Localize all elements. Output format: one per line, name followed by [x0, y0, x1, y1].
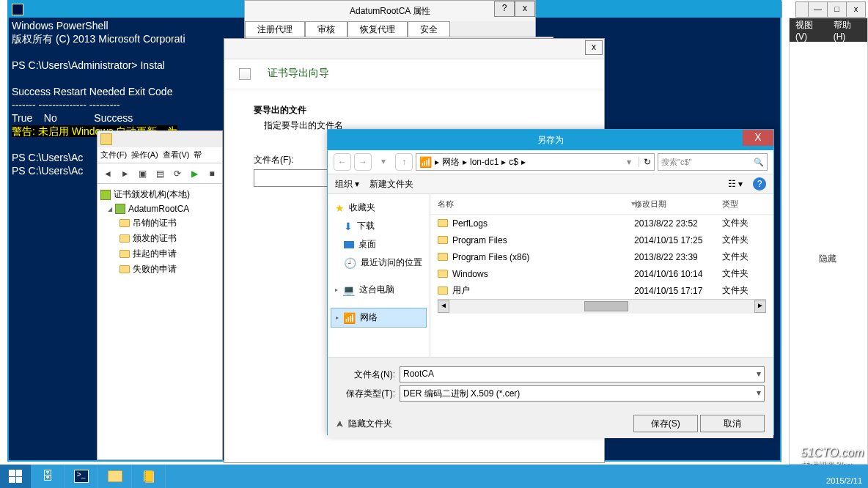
powershell-icon [12, 4, 23, 15]
nav-up-icon[interactable]: ↑ [395, 153, 413, 171]
save-as-dialog: 另存为 X ← → ▾ ↑ 📶 ▸网络 ▸lon-dc1 ▸c$ ▸ ▾ ↻ 搜… [327, 129, 774, 435]
stop-icon[interactable]: ■ [205, 166, 219, 181]
pc-icon: 💻 [342, 284, 355, 296]
col-date[interactable]: 修改日期 [634, 199, 722, 210]
save-as-titlebar[interactable]: 另存为 X [328, 130, 773, 150]
help-icon[interactable]: ? [753, 177, 766, 191]
menu-file[interactable]: 文件(F) [100, 149, 127, 160]
tree-issued[interactable]: 颁发的证书 [100, 231, 219, 246]
filename-combo[interactable]: RootCA [400, 366, 765, 382]
play-icon[interactable]: ▶ [188, 166, 202, 181]
tab-recovery-agent[interactable]: 恢复代理 [347, 21, 408, 38]
close-button[interactable]: x [515, 1, 535, 17]
tab-audit[interactable]: 审核 [305, 21, 347, 38]
right-side-panel: 视图(V) 帮助(H) 隐藏 [789, 18, 868, 465]
view-options-icon[interactable]: ☷ ▾ [728, 179, 743, 189]
wizard-titlebar[interactable]: x [224, 39, 604, 59]
close-button[interactable]: x [585, 40, 603, 55]
right-panel-hide[interactable]: 隐藏 [819, 253, 836, 265]
tree-root[interactable]: 证书颁发机构(本地) [100, 187, 219, 202]
file-row[interactable]: PerfLogs2013/8/22 23:52文件夹 [430, 215, 773, 232]
menu-action[interactable]: 操作(A) [131, 149, 158, 160]
tab-enroll-agent[interactable]: 注册代理 [245, 21, 305, 38]
tree-failed[interactable]: 失败的申请 [100, 262, 219, 277]
close-button[interactable]: X [743, 130, 773, 146]
refresh-icon[interactable]: ↻ [639, 157, 651, 167]
options-icon[interactable]: ▤ [152, 166, 167, 181]
taskbar-cert-authority[interactable]: 📒 [132, 465, 166, 488]
scroll-thumb[interactable] [584, 301, 628, 311]
cancel-button[interactable]: 取消 [700, 415, 765, 432]
tree-revoked[interactable]: 吊销的证书 [100, 215, 219, 231]
recent-icon: 🕘 [344, 257, 356, 269]
menu-help[interactable]: 帮助(H) [834, 19, 861, 42]
new-folder-button[interactable]: 新建文件夹 [369, 178, 413, 191]
menu-help[interactable]: 帮 [194, 149, 202, 160]
up-icon[interactable]: ▣ [135, 166, 150, 181]
taskbar-clock[interactable]: 2015/2/11 [826, 476, 862, 485]
wizard-heading: 证书导出向导 [256, 56, 341, 89]
file-row[interactable]: 用户2014/10/15 17:17文件夹 [430, 282, 773, 299]
taskbar-server-manager[interactable]: 🗄 [31, 465, 65, 488]
search-input[interactable]: 搜索"c$" 🔍 [658, 153, 768, 171]
network-icon: 📶 [419, 156, 432, 168]
taskbar: 🗄 >_ 📒 2015/2/11 [0, 465, 868, 488]
help-button[interactable]: ? [494, 1, 515, 17]
nav-forward-icon[interactable]: → [354, 153, 372, 171]
file-row[interactable]: Program Files2014/10/15 17:25文件夹 [430, 232, 773, 248]
windows-logo-icon [9, 470, 22, 483]
file-list: 名称 ▸ 修改日期 类型 PerfLogs2013/8/22 23:52文件夹P… [430, 194, 773, 357]
refresh-icon[interactable]: ⟳ [170, 166, 185, 181]
sidebar-downloads[interactable]: ⬇下载 [331, 217, 427, 235]
properties-title: AdatumRootCA 属性 [350, 5, 430, 18]
nav-dropdown-icon[interactable]: ▾ [375, 153, 392, 171]
organize-button[interactable]: 组织 ▾ [335, 178, 359, 191]
sidebar-recent[interactable]: 🕘最近访问的位置 [331, 254, 427, 272]
mmc-icon [100, 133, 112, 145]
folder-icon [119, 265, 130, 273]
close-icon[interactable]: x [846, 2, 865, 17]
wizard-section: 要导出的文件 [254, 104, 575, 117]
scroll-right-icon[interactable]: ► [754, 300, 766, 313]
save-button[interactable]: 保存(S) [633, 415, 698, 432]
mmc-tree: 证书颁发机构(本地) ◢ AdatumRootCA 吊销的证书 颁发的证书 挂起… [98, 184, 222, 280]
filetype-combo[interactable]: DER 编码二进制 X.509 (*.cer) [400, 385, 765, 402]
taskbar-powershell[interactable]: >_ [65, 465, 98, 488]
star-icon: ★ [335, 202, 345, 214]
h-scrollbar[interactable]: ◄ ► [438, 299, 766, 314]
nav-back-icon[interactable]: ← [334, 153, 351, 171]
save-as-toolbar: 组织 ▾ 新建文件夹 ☷ ▾ ? [328, 174, 773, 194]
file-row[interactable]: Windows2014/10/16 10:14文件夹 [430, 265, 773, 282]
taskbar-explorer[interactable] [98, 465, 132, 488]
ca-icon [115, 204, 125, 214]
mmc-titlebar[interactable] [98, 131, 222, 147]
start-button[interactable] [0, 465, 31, 488]
col-type[interactable]: 类型 [722, 199, 766, 210]
tree-pending[interactable]: 挂起的申请 [100, 246, 219, 262]
minimize-icon[interactable]: — [808, 2, 827, 17]
col-name[interactable]: 名称 [438, 199, 630, 210]
address-bar[interactable]: 📶 ▸网络 ▸lon-dc1 ▸c$ ▸ ▾ ↻ [416, 153, 655, 171]
sidebar-this-pc[interactable]: ▸💻这台电脑 [331, 281, 427, 299]
back-icon[interactable]: ◄ [100, 166, 115, 181]
maximize-icon[interactable]: □ [827, 2, 846, 17]
menu-view[interactable]: 查看(V) [163, 149, 190, 160]
tree-ca[interactable]: ◢ AdatumRootCA [100, 202, 219, 215]
hide-folders-toggle[interactable]: ⮝隐藏文件夹 [336, 418, 392, 430]
save-as-navbar: ← → ▾ ↑ 📶 ▸网络 ▸lon-dc1 ▸c$ ▸ ▾ ↻ 搜索"c$" … [328, 150, 773, 174]
right-panel-menubar: 视图(V) 帮助(H) [790, 18, 867, 42]
sidebar-desktop[interactable]: 桌面 [331, 235, 427, 254]
forward-icon[interactable]: ► [118, 166, 133, 181]
sidebar-favorites[interactable]: ★收藏夹 [331, 199, 427, 217]
cert-authority-console: 文件(F) 操作(A) 查看(V) 帮 ◄ ► ▣ ▤ ⟳ ▶ ■ 证书颁发机构… [97, 130, 223, 460]
sidebar-network[interactable]: ▸📶网络 [331, 308, 427, 328]
folder-icon [438, 219, 448, 227]
folder-icon [119, 250, 130, 258]
file-row[interactable]: Program Files (x86)2013/8/22 23:39文件夹 [430, 248, 773, 265]
tab-security[interactable]: 安全 [408, 21, 450, 38]
folder-icon [108, 470, 122, 482]
filetype-label: 保存类型(T): [336, 388, 395, 400]
scroll-left-icon[interactable]: ◄ [438, 300, 449, 313]
folder-icon [438, 286, 448, 295]
menu-view[interactable]: 视图(V) [795, 19, 823, 42]
